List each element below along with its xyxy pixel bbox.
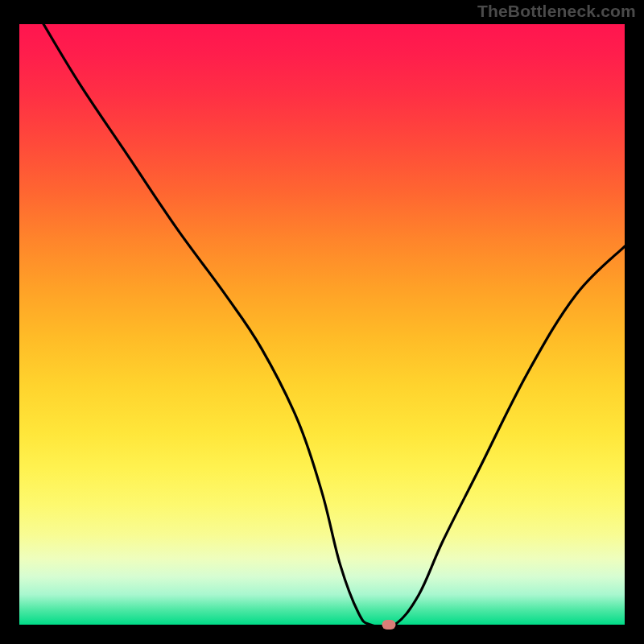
- bottleneck-curve: [19, 24, 625, 625]
- chart-frame: TheBottleneck.com: [0, 0, 644, 644]
- chart-plot-area: [19, 24, 625, 625]
- watermark-text: TheBottleneck.com: [477, 2, 636, 21]
- optimal-point-marker: [382, 620, 395, 630]
